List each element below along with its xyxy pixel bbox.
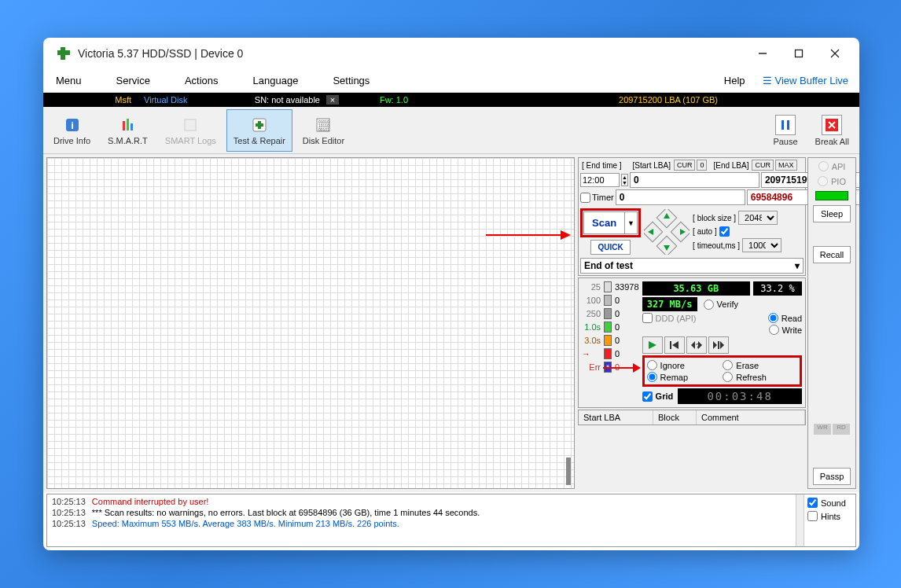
- rd-indicator: RD: [833, 424, 850, 435]
- write-radio[interactable]: [769, 325, 779, 335]
- start-lba-input[interactable]: [630, 172, 759, 188]
- progress-gb: 35.63 GB: [642, 281, 750, 296]
- erase-radio[interactable]: [723, 360, 733, 370]
- menu-help[interactable]: Help: [715, 72, 755, 90]
- progress-pct: 33.2 %: [753, 281, 802, 296]
- log-lines[interactable]: 10:25:13Command interrupted by user! 10:…: [47, 494, 796, 546]
- start-cur-button[interactable]: CUR: [674, 160, 696, 171]
- ddd-checkbox[interactable]: [642, 313, 653, 323]
- timer-checkbox[interactable]: [580, 193, 590, 203]
- timeout-label: [ timeout,ms ]: [693, 241, 740, 250]
- scan-dropdown[interactable]: ▼: [625, 211, 638, 234]
- logs-icon: [181, 116, 200, 134]
- svg-text:i: i: [71, 119, 74, 131]
- test-repair-button[interactable]: Test & Repair: [226, 109, 292, 152]
- menu-actions[interactable]: Actions: [175, 72, 228, 90]
- speed-display: 327 MB/s: [642, 297, 697, 311]
- log-scrollbar[interactable]: [796, 494, 804, 546]
- menu-service[interactable]: Service: [107, 72, 160, 90]
- svg-rect-9: [185, 119, 196, 130]
- wr-indicator: WR: [814, 424, 831, 435]
- blocksize-label: [ block size ]: [693, 214, 736, 222]
- remap-radio[interactable]: [647, 372, 657, 382]
- scan-panel: [ End time ] [Start LBA] CUR 0 [End LBA]…: [578, 157, 806, 489]
- current-lba-input[interactable]: [616, 189, 745, 205]
- svg-rect-12: [256, 123, 263, 127]
- menu-menu[interactable]: Menu: [46, 72, 91, 90]
- end-lba-label: [End LBA]: [712, 161, 750, 170]
- step-button[interactable]: ?: [686, 336, 707, 354]
- end-cur-button[interactable]: CUR: [752, 160, 774, 171]
- api-radio: [818, 161, 829, 171]
- hints-checkbox[interactable]: [807, 511, 818, 521]
- status-led: [815, 191, 848, 200]
- app-window: Victoria 5.37 HDD/SSD | Device 0 Menu Se…: [43, 38, 859, 550]
- view-buffer-link[interactable]: ☰View Buffer Live: [755, 72, 856, 90]
- blocksize-select[interactable]: 2048: [738, 211, 778, 225]
- scan-button[interactable]: Scan: [583, 211, 625, 234]
- block-map[interactable]: [46, 157, 575, 489]
- app-icon: [56, 46, 72, 61]
- svg-text:00101: 00101: [318, 127, 329, 132]
- stats-panel: 2533978 1000 2500 1.0s0 3.0s0 →0 Err×0 3…: [578, 277, 806, 408]
- drive-info-button[interactable]: i Drive Info: [46, 109, 97, 152]
- grid-checkbox[interactable]: [642, 391, 653, 402]
- menu-settings[interactable]: Settings: [323, 72, 379, 90]
- smart-icon: [118, 116, 137, 134]
- maximize-button[interactable]: [781, 38, 817, 69]
- info-close-icon[interactable]: ×: [326, 95, 339, 105]
- action-highlight: Ignore Erase Remap Refresh: [642, 355, 802, 387]
- titlebar: Victoria 5.37 HDD/SSD | Device 0: [43, 38, 859, 69]
- smart-button[interactable]: S.M.A.R.T: [101, 109, 155, 152]
- info-vendor: Msft: [43, 95, 138, 105]
- svg-marker-38: [713, 341, 717, 349]
- menu-language[interactable]: Language: [244, 72, 308, 90]
- svg-rect-39: [718, 341, 719, 349]
- info-firmware: Fw: 1.0: [339, 95, 449, 105]
- defect-table-header: Start LBA Block Comment: [578, 410, 806, 425]
- svg-rect-18: [787, 120, 789, 130]
- refresh-radio[interactable]: [723, 372, 733, 382]
- recall-button[interactable]: Recall: [813, 246, 851, 263]
- sleep-button[interactable]: Sleep: [813, 205, 851, 222]
- svg-rect-8: [131, 123, 133, 130]
- close-button[interactable]: [817, 38, 853, 69]
- start-zero-button[interactable]: 0: [697, 160, 707, 171]
- end-of-test-select[interactable]: End of test▾: [580, 258, 804, 274]
- info-model: Virtual Disk: [138, 95, 232, 105]
- passp-button[interactable]: Passp: [813, 468, 851, 485]
- end-time-label: [ End time ]: [580, 161, 623, 170]
- read-radio[interactable]: [768, 313, 778, 323]
- svg-rect-1: [796, 50, 803, 57]
- pio-radio: [818, 176, 828, 186]
- quick-button[interactable]: QUICK: [590, 240, 630, 255]
- scan-button-highlight: Scan ▼: [580, 208, 641, 237]
- info-serial: SN: not available: [232, 95, 326, 105]
- ignore-radio[interactable]: [647, 360, 657, 370]
- pause-button[interactable]: Pause: [766, 109, 804, 152]
- disk-editor-button[interactable]: 010101011000101 Disk Editor: [296, 109, 351, 152]
- timeout-select[interactable]: 10000: [742, 238, 781, 252]
- test-repair-icon: [250, 116, 269, 134]
- play-button[interactable]: [642, 336, 663, 354]
- editor-icon: 010101011000101: [314, 116, 333, 134]
- auto-label: [ auto ]: [693, 227, 717, 236]
- playback-controls: ?: [642, 336, 802, 354]
- latency-legend: 2533978 1000 2500 1.0s0 3.0s0 →0 Err×0: [582, 281, 639, 404]
- end-time-input[interactable]: [580, 173, 620, 187]
- break-all-button[interactable]: Break All: [808, 109, 856, 152]
- smart-logs-button[interactable]: SMART Logs: [158, 109, 223, 152]
- verify-radio[interactable]: [704, 300, 714, 310]
- info-icon: i: [63, 116, 82, 134]
- window-title: Victoria 5.37 HDD/SSD | Device 0: [78, 47, 243, 60]
- info-capacity: 209715200 LBA (107 GB): [612, 95, 859, 105]
- auto-checkbox[interactable]: [719, 226, 730, 237]
- timer-label: Timer: [592, 193, 614, 202]
- next-button[interactable]: [708, 336, 729, 354]
- prev-button[interactable]: [664, 336, 685, 354]
- end-max-button[interactable]: MAX: [775, 160, 797, 171]
- minimize-button[interactable]: [745, 38, 781, 69]
- sound-checkbox[interactable]: [807, 498, 818, 508]
- svg-rect-7: [127, 119, 129, 130]
- svg-marker-33: [672, 341, 679, 349]
